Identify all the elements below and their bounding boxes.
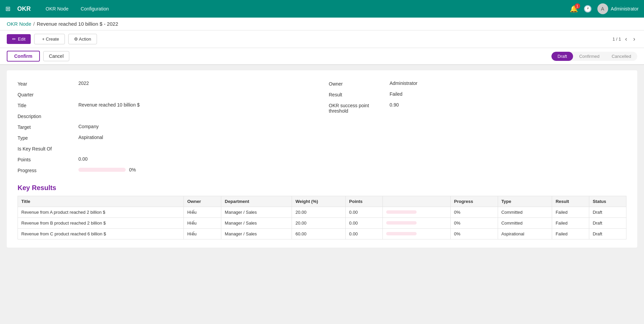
owner-label: Owner (329, 80, 390, 87)
row-department: Manager / Sales (221, 229, 292, 239)
quarter-label: Quarter (18, 91, 78, 97)
edit-button[interactable]: ✏ Edit (7, 34, 31, 44)
col-department: Department (221, 196, 292, 207)
topnav-icons: 🔔 1 🕐 A Administrator (570, 3, 639, 14)
col-progress: Progress (450, 196, 498, 207)
pencil-icon: ✏ (12, 37, 16, 42)
top-navbar: ⊞ OKR OKR Node Configuration 🔔 1 🕐 A Adm… (0, 0, 644, 18)
col-type: Type (498, 196, 552, 207)
row-points: 0.00 (346, 229, 383, 239)
breadcrumb: OKR Node / Revenue reached 10 billion $ … (0, 18, 644, 30)
user-menu[interactable]: A Administrator (597, 3, 639, 14)
progress-bar-background (78, 168, 126, 172)
main-content: Year 2022 Quarter Title Revenue reached … (0, 65, 644, 321)
row-progress-pct: 0% (450, 207, 498, 218)
form-grid: Year 2022 Quarter Title Revenue reached … (18, 78, 626, 176)
status-cancelled[interactable]: Cancelled (605, 52, 637, 61)
row-department: Manager / Sales (221, 218, 292, 229)
row-title: Revenue from A product reached 2 billion… (18, 207, 184, 218)
pagination: 1 / 1 ‹ › (613, 35, 637, 43)
key-results-table: Title Owner Department Weight (%) Points… (18, 196, 626, 239)
row-progress-bar (383, 218, 451, 229)
action-button[interactable]: ⚙ Action (68, 34, 97, 44)
progress-row: Progress 0% (18, 165, 315, 176)
clock-icon[interactable]: 🕐 (584, 5, 592, 13)
row-progress-pct: 0% (450, 218, 498, 229)
row-owner: Hiếu (184, 229, 221, 239)
result-value: Failed (390, 91, 626, 97)
status-draft[interactable]: Draft (551, 52, 573, 61)
points-row: Points 0.00 (18, 154, 315, 165)
confirm-bar: Confirm Cancel Draft Confirmed Cancelled (0, 48, 644, 65)
row-title: Revenue from B product reached 2 billion… (18, 218, 184, 229)
row-owner: Hiếu (184, 218, 221, 229)
type-label: Type (18, 135, 78, 141)
table-progress-background (386, 210, 417, 214)
row-points: 0.00 (346, 218, 383, 229)
pagination-info: 1 / 1 (613, 37, 621, 42)
col-title: Title (18, 196, 184, 207)
is-key-result-label: Is Key Result Of (18, 145, 78, 152)
row-status: Draft (589, 229, 626, 239)
table-row[interactable]: Revenue from A product reached 2 billion… (18, 207, 626, 218)
description-row: Description (18, 111, 315, 122)
target-value: Company (78, 124, 315, 129)
target-label: Target (18, 124, 78, 130)
nav-configuration[interactable]: Configuration (78, 5, 112, 13)
row-weight: 20.00 (292, 218, 346, 229)
breadcrumb-link[interactable]: OKR Node (7, 21, 31, 27)
toolbar: ✏ Edit + Create ⚙ Action 1 / 1 ‹ › (0, 30, 644, 48)
notifications-bell[interactable]: 🔔 1 (570, 5, 578, 13)
threshold-label: OKR success point threshold (329, 102, 390, 114)
key-results-title: Key Results (18, 184, 626, 192)
col-result: Result (552, 196, 589, 207)
prev-page-button[interactable]: ‹ (623, 35, 629, 43)
form-right: Owner Administrator Result Failed OKR su… (329, 78, 626, 176)
grid-icon[interactable]: ⊞ (5, 5, 10, 13)
status-confirmed[interactable]: Confirmed (573, 52, 605, 61)
threshold-value: 0.90 (390, 102, 626, 108)
table-row[interactable]: Revenue from B product reached 2 billion… (18, 218, 626, 229)
nav-okr-node[interactable]: OKR Node (43, 5, 71, 13)
breadcrumb-separator: / (33, 21, 35, 27)
confirm-button[interactable]: Confirm (7, 51, 40, 62)
quarter-row: Quarter (18, 89, 315, 100)
row-result: Failed (552, 207, 589, 218)
table-row[interactable]: Revenue from C product reached 6 billion… (18, 229, 626, 239)
result-label: Result (329, 91, 390, 97)
row-progress-bar (383, 207, 451, 218)
row-points: 0.00 (346, 207, 383, 218)
row-result: Failed (552, 229, 589, 239)
title-row: Title Revenue reached 10 billion $ (18, 100, 315, 111)
app-brand: OKR (17, 5, 31, 13)
owner-row: Owner Administrator (329, 78, 626, 89)
form-left: Year 2022 Quarter Title Revenue reached … (18, 78, 315, 176)
row-title: Revenue from C product reached 6 billion… (18, 229, 184, 239)
row-weight: 60.00 (292, 229, 346, 239)
row-owner: Hiếu (184, 207, 221, 218)
points-value: 0.00 (78, 156, 315, 162)
cancel-button[interactable]: Cancel (43, 51, 70, 61)
col-weight: Weight (%) (292, 196, 346, 207)
table-progress-background (386, 221, 417, 225)
row-status: Draft (589, 207, 626, 218)
create-button[interactable]: + Create (34, 34, 65, 44)
year-label: Year (18, 80, 78, 87)
points-label: Points (18, 156, 78, 162)
row-department: Manager / Sales (221, 207, 292, 218)
progress-bar-container: 0% (78, 167, 315, 172)
description-label: Description (18, 113, 78, 119)
type-value: Aspirational (78, 135, 315, 140)
owner-value: Administrator (390, 80, 626, 86)
target-row: Target Company (18, 122, 315, 133)
row-progress-bar (383, 229, 451, 239)
threshold-row: OKR success point threshold 0.90 (329, 100, 626, 116)
col-owner: Owner (184, 196, 221, 207)
notification-badge: 1 (575, 3, 580, 9)
row-type: Aspirational (498, 229, 552, 239)
form-card: Year 2022 Quarter Title Revenue reached … (7, 70, 637, 248)
next-page-button[interactable]: › (631, 35, 637, 43)
row-result: Failed (552, 218, 589, 229)
progress-percent: 0% (129, 167, 136, 172)
table-header-row: Title Owner Department Weight (%) Points… (18, 196, 626, 207)
